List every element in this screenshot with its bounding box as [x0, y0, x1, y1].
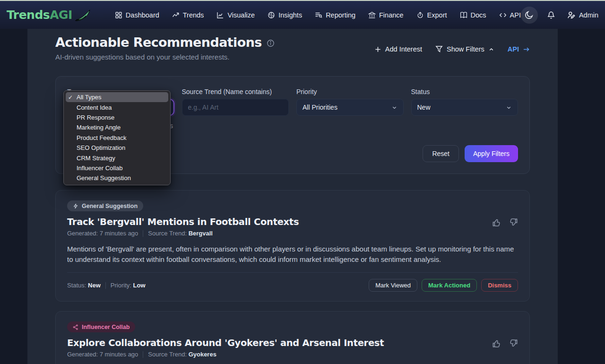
funnel-icon — [435, 45, 443, 53]
apply-filters-button[interactable]: Apply Filters — [465, 145, 518, 162]
dropdown-option-content-idea[interactable]: Content Idea — [66, 102, 168, 112]
option-label: General Suggestion — [77, 174, 131, 182]
page-subtitle: AI-driven suggestions based on your sele… — [55, 53, 275, 61]
type-badge: Influencer Collab — [67, 321, 135, 332]
recommendation-title: Track 'Bergvall' Mentions in Football Co… — [67, 217, 299, 227]
chevron-down-icon — [506, 104, 512, 111]
nav-item-reporting[interactable]: Reporting — [315, 11, 355, 19]
filter-type: Type ✓All Types Content Idea PR Response… — [67, 88, 174, 116]
brain-icon — [268, 11, 275, 19]
brand-name-secondary: AGI — [50, 8, 72, 22]
thumbs-up-icon[interactable] — [492, 339, 501, 348]
dropdown-option-general-suggestion[interactable]: General Suggestion — [66, 173, 168, 183]
status-label: Status — [411, 88, 519, 95]
dropdown-option-crm-strategy[interactable]: CRM Strategy — [66, 153, 168, 163]
badge-label: General Suggestion — [82, 203, 138, 209]
nav-label: Export — [427, 11, 447, 19]
recommendation-card: General Suggestion Track 'Bergvall' Ment… — [55, 190, 530, 302]
notifications-button[interactable] — [543, 7, 560, 24]
lightning-icon — [73, 203, 78, 209]
arrow-right-icon — [523, 46, 530, 53]
nav-label: Insights — [278, 11, 302, 19]
nav-label: Trends — [183, 11, 204, 19]
filters-panel: s Type ✓All Types Content Idea PR Respon… — [55, 76, 530, 174]
api-link[interactable]: API — [508, 45, 530, 53]
nav-label: Visualize — [227, 11, 255, 19]
check-icon: ✓ — [68, 94, 75, 101]
admin-menu[interactable]: Admin — [564, 11, 601, 19]
dismiss-button[interactable]: Dismiss — [481, 279, 518, 292]
option-label: PR Response — [77, 114, 114, 121]
recommendation-description: Mentions of 'Bergvall' are present, ofte… — [67, 244, 518, 264]
trending-icon — [172, 11, 180, 19]
type-badge: General Suggestion — [67, 200, 143, 211]
nav-item-visualize[interactable]: Visualize — [216, 11, 255, 19]
status-select[interactable]: New — [411, 99, 519, 116]
brand-logo[interactable]: TrendsAGI — [7, 8, 91, 22]
dropdown-option-product-feedback[interactable]: Product Feedback — [66, 133, 168, 143]
generated-label: Generated: — [67, 351, 98, 358]
nav-item-docs[interactable]: Docs — [460, 11, 486, 19]
nav-label: Finance — [379, 11, 404, 19]
recommendation-card: Influencer Collab Explore Collaborations… — [55, 311, 530, 364]
nav-item-finance[interactable]: Finance — [368, 11, 404, 19]
reset-button[interactable]: Reset — [423, 145, 459, 162]
thumbs-up-icon[interactable] — [492, 218, 501, 227]
card-divider — [67, 272, 518, 273]
filter-priority: Priority All Priorities — [296, 88, 404, 116]
moon-icon — [525, 10, 534, 19]
thumbs-down-icon[interactable] — [509, 339, 518, 348]
nav-item-trends[interactable]: Trends — [172, 11, 204, 19]
divider — [105, 282, 106, 289]
admin-label: Admin — [579, 11, 598, 19]
mark-actioned-button[interactable]: Mark Actioned — [422, 279, 477, 292]
dropdown-option-pr-response[interactable]: PR Response — [66, 113, 168, 122]
divider — [143, 351, 143, 358]
feedback-controls — [492, 217, 518, 227]
recommendation-meta: Generated: 7 minutes ago Source Trend: B… — [67, 230, 518, 237]
priority-selected-value: All Priorities — [302, 104, 337, 111]
generated-value: 7 minutes ago — [100, 230, 138, 237]
show-filters-toggle[interactable]: Show Filters — [435, 45, 494, 53]
add-interest-button[interactable]: Add Interest — [374, 45, 422, 53]
show-filters-label: Show Filters — [447, 45, 484, 53]
dropdown-option-seo-optimization[interactable]: SEO Optimization — [66, 143, 168, 153]
source-trend-input[interactable] — [182, 99, 289, 116]
nav-label: Docs — [471, 11, 486, 19]
status-label: Status: — [67, 282, 86, 289]
option-label: CRM Strategy — [77, 155, 115, 162]
main-content: Actionable Recommendations AI-driven sug… — [27, 29, 558, 364]
priority-select[interactable]: All Priorities — [296, 99, 404, 116]
api-link-label: API — [508, 45, 519, 53]
chevron-down-icon — [391, 104, 398, 111]
share-nodes-icon — [73, 324, 78, 330]
dropdown-option-marketing-angle[interactable]: Marketing Angle — [66, 122, 168, 132]
option-label: Marketing Angle — [77, 124, 121, 131]
card-footer: Status: New Priority: Low Mark Viewed Ma… — [67, 279, 518, 292]
source-trend-label: Source Trend: — [148, 351, 187, 358]
source-trend-value: Gyokeres — [189, 351, 216, 358]
nav-item-api[interactable]: API — [499, 11, 521, 19]
option-label: Content Idea — [77, 104, 112, 111]
swoosh-logo-icon — [74, 9, 91, 22]
info-icon[interactable] — [267, 39, 275, 47]
dropdown-option-all-types[interactable]: ✓All Types — [66, 92, 168, 102]
brand-name: TrendsAGI — [7, 8, 72, 22]
generated-value: 7 minutes ago — [100, 351, 138, 358]
nav-item-export[interactable]: Export — [416, 11, 447, 19]
add-interest-label: Add Interest — [385, 45, 422, 53]
nav-item-insights[interactable]: Insights — [268, 11, 302, 19]
book-icon — [460, 11, 467, 19]
brand-name-primary: Trends — [7, 8, 50, 22]
nav-label: API — [510, 11, 521, 19]
divider — [143, 230, 143, 237]
option-label: Influencer Collab — [77, 165, 123, 172]
page-title: Actionable Recommendations — [55, 35, 262, 50]
thumbs-down-icon[interactable] — [509, 218, 518, 227]
nav-item-dashboard[interactable]: Dashboard — [115, 11, 159, 19]
mark-viewed-button[interactable]: Mark Viewed — [369, 279, 417, 292]
dark-mode-toggle[interactable] — [521, 7, 538, 24]
plus-icon — [374, 46, 381, 53]
dropdown-option-influencer-collab[interactable]: Influencer Collab — [66, 163, 168, 173]
bank-icon — [368, 11, 376, 19]
